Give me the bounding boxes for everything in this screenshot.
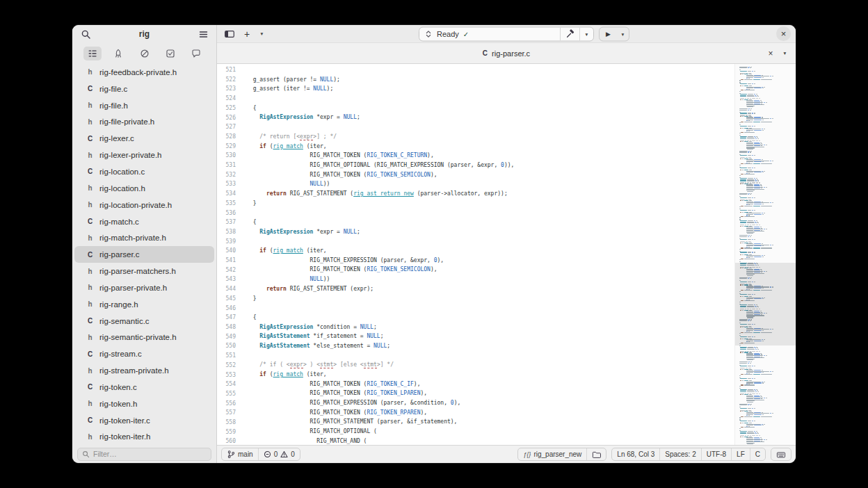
code-line[interactable]: NULL)) [246, 179, 732, 189]
code-line[interactable]: RIG_MATCH_TOKEN (RIG_TOKEN_SEMICOLON), [246, 170, 732, 180]
file-item[interactable]: Crig-stream.c [74, 345, 214, 362]
code-line[interactable] [246, 122, 732, 132]
code-line[interactable] [246, 208, 732, 218]
file-item[interactable]: Crig-file.c [74, 81, 214, 97]
code-line[interactable]: RIG_MATCH_OPTIONAL ( [246, 427, 732, 437]
project-folder-button[interactable] [587, 448, 606, 460]
search-button[interactable] [78, 26, 93, 42]
code-line[interactable]: RIG_MATCH_TOKEN (RIG_TOKEN_C_IF), [246, 380, 732, 389]
panel-tab-project-tree[interactable] [83, 47, 102, 60]
code-line[interactable]: { [246, 218, 732, 227]
code-line[interactable]: RIG_MATCH_TOKEN (RIG_TOKEN_SEMICOLON), [246, 265, 732, 275]
file-item[interactable]: hrig-parser-matchers.h [74, 263, 214, 279]
file-item[interactable]: hrig-location-private.h [74, 197, 214, 213]
omnibar[interactable]: Ready ✓ ▾ [419, 26, 594, 41]
code-line[interactable]: NULL)) [246, 275, 732, 284]
panel-tab-tests[interactable] [161, 47, 179, 60]
code-line[interactable]: if (rig_match (iter, [246, 370, 732, 380]
branch-button[interactable]: main [222, 448, 258, 460]
code-line[interactable]: RIG_MATCH_TOKEN (RIG_TOKEN_RPAREN), [246, 408, 732, 418]
file-item[interactable]: Crig-semantic.c [74, 313, 214, 330]
tab-close-button[interactable]: × [763, 46, 778, 61]
file-name: rig-match.c [99, 218, 139, 226]
encoding-button[interactable]: UTF-8 [702, 448, 731, 460]
file-item[interactable]: Crig-lexer.c [74, 130, 214, 147]
panel-tab-diagnostics[interactable] [136, 47, 154, 60]
file-item[interactable]: Crig-token-iter.c [74, 412, 214, 429]
code-line[interactable]: g_assert (iter != NULL); [246, 84, 732, 94]
code-line[interactable]: RigAstExpression *expr = NULL; [246, 227, 732, 237]
code-line[interactable] [246, 94, 732, 104]
file-item[interactable]: hrig-token.h [74, 396, 214, 412]
indentation-button[interactable]: Spaces: 2 [660, 448, 700, 460]
current-function-button[interactable]: ƒ{} rig_parser_new [518, 448, 586, 460]
tab-rig-parser[interactable]: C rig-parser.c [483, 49, 530, 58]
file-item[interactable]: hrig-range.h [74, 296, 214, 313]
file-item[interactable]: hrig-file-private.h [74, 114, 214, 131]
file-item[interactable]: hrig-token-iter.h [74, 429, 214, 445]
language-button[interactable]: C [750, 448, 765, 460]
code-line[interactable]: if (rig_match (iter, [246, 142, 732, 152]
code-line[interactable]: RIG_MATCH_AND ( [246, 437, 732, 445]
code-line[interactable]: /* return [<expr>] ; */ [246, 132, 732, 142]
minimap[interactable] [734, 64, 796, 445]
file-item[interactable]: hrig-stream-private.h [74, 362, 214, 379]
build-dropdown[interactable]: ▾ [580, 27, 593, 40]
file-item[interactable]: hrig-semantic-private.h [74, 330, 214, 346]
new-tab-button[interactable]: + [239, 26, 255, 42]
code-line[interactable]: RIG_MATCH_TOKEN (RIG_TOKEN_LPAREN), [246, 389, 732, 398]
code-line[interactable]: RIG_MATCH_STATEMENT (parser, &if_stateme… [246, 417, 732, 427]
build-button[interactable] [561, 27, 579, 40]
file-item[interactable]: hrig-file.h [74, 97, 214, 114]
code-line[interactable]: RigAstExpression *condition = NULL; [246, 323, 732, 332]
file-item[interactable]: Crig-parser.c [74, 246, 214, 263]
toggle-sidebar-button[interactable] [222, 26, 237, 42]
code-line[interactable]: RigAstStatement *if_statement = NULL; [246, 332, 732, 341]
panel-tab-chat[interactable] [187, 47, 205, 60]
code-line[interactable]: RIG_MATCH_TOKEN (RIG_TOKEN_C_RETURN), [246, 151, 732, 161]
code-line[interactable]: return RIG_AST_STATEMENT (rig_ast_return… [246, 189, 732, 199]
window-close-button[interactable]: × [776, 26, 791, 41]
line-ending-button[interactable]: LF [732, 448, 750, 460]
code-line[interactable]: RIG_MATCH_EXPRESSION (parser, &condition… [246, 398, 732, 408]
tab-list-button[interactable]: ▾ [780, 46, 790, 61]
code-line[interactable]: } [246, 294, 732, 304]
code-line[interactable]: return RIG_AST_STATEMENT (expr); [246, 284, 732, 294]
filter-input[interactable] [93, 450, 207, 458]
file-item[interactable]: hrig-parser-private.h [74, 279, 214, 296]
file-item[interactable]: hrig-match-private.h [74, 229, 214, 246]
run-dropdown[interactable]: ▾ [617, 27, 629, 40]
file-item[interactable]: hrig-location.h [74, 180, 214, 197]
code-lines[interactable]: g_assert (parser != NULL); g_assert (ite… [242, 64, 796, 445]
minimap-visible-region[interactable] [735, 263, 796, 345]
code-line[interactable] [246, 351, 732, 361]
file-item[interactable]: Crig-token.c [74, 379, 214, 396]
code-line[interactable]: if (rig_match (iter, [246, 246, 732, 256]
code-line[interactable]: { [246, 104, 732, 113]
file-item[interactable]: hrig-feedback-private.h [74, 64, 214, 81]
filter-field[interactable] [77, 448, 211, 461]
diagnostics-button[interactable]: 0 0 [259, 448, 300, 460]
panel-tab-run[interactable] [109, 47, 127, 60]
code-line[interactable] [246, 236, 732, 246]
main-menu-button[interactable] [195, 26, 211, 42]
editor-pane[interactable]: 5215225235245255265275285295305315325335… [217, 64, 796, 445]
project-title: rig [96, 29, 193, 39]
code-line[interactable] [246, 65, 732, 75]
cursor-position-button[interactable]: Ln 68, Col 3 [612, 448, 659, 460]
code-line[interactable]: RIG_MATCH_EXPRESSION (parser, &expr, 0), [246, 256, 732, 266]
code-line[interactable]: RigAstExpression *expr = NULL; [246, 113, 732, 122]
code-line[interactable] [246, 303, 732, 313]
code-line[interactable]: /* if ( <expr> ) <stmt> [else <stmt>] */ [246, 360, 732, 370]
code-line[interactable]: } [246, 199, 732, 209]
code-line[interactable]: RIG_MATCH_OPTIONAL (RIG_MATCH_EXPRESSION… [246, 161, 732, 170]
new-tab-dropdown[interactable]: ▾ [257, 26, 267, 42]
file-item[interactable]: Crig-location.c [74, 163, 214, 180]
file-item[interactable]: Crig-match.c [74, 213, 214, 230]
file-item[interactable]: hrig-lexer-private.h [74, 147, 214, 163]
code-line[interactable]: { [246, 313, 732, 323]
code-line[interactable]: g_assert (parser != NULL); [246, 75, 732, 85]
code-line[interactable]: RigAstStatement *else_statement = NULL; [246, 341, 732, 351]
run-button[interactable]: ▶ [600, 27, 617, 40]
keyboard-button[interactable] [771, 448, 791, 460]
